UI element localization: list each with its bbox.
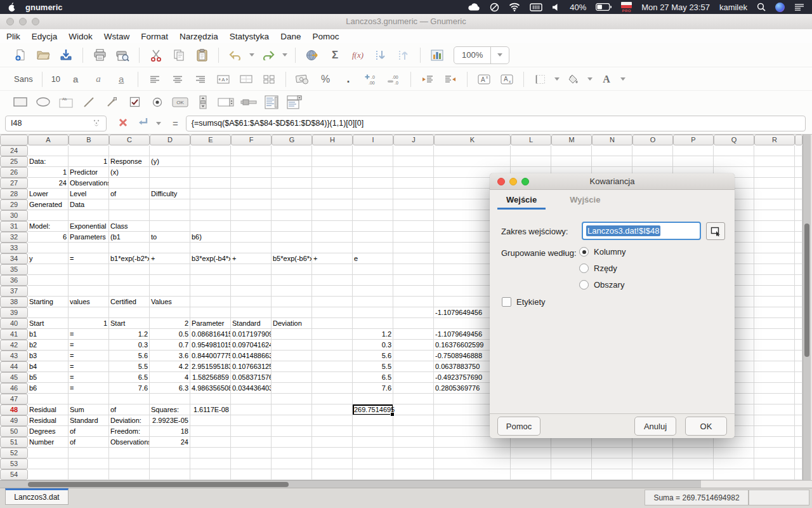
cell-A39[interactable] [28, 307, 69, 318]
align-center-button[interactable] [169, 71, 186, 88]
range-picker-icon[interactable] [92, 118, 101, 129]
cell-E52[interactable] [190, 448, 231, 458]
cell-A51[interactable]: Number [28, 437, 69, 448]
cell-J32[interactable] [393, 232, 434, 243]
sort-descending-icon[interactable] [372, 47, 389, 64]
cell-H29[interactable] [312, 199, 353, 210]
cell-R51[interactable] [754, 437, 795, 448]
cell-J39[interactable] [393, 307, 434, 318]
cell-J43[interactable] [393, 351, 434, 361]
cell-G27[interactable] [272, 178, 312, 189]
row-header-32[interactable]: 32 [0, 232, 28, 243]
cell-24[interactable] [795, 145, 802, 156]
cell-C31[interactable]: Class [109, 221, 150, 232]
hyperlink-icon[interactable] [304, 47, 320, 64]
money-format-button[interactable] [294, 71, 311, 88]
cell-B53[interactable] [69, 458, 109, 469]
cell-G39[interactable] [272, 307, 312, 318]
cell-C45[interactable]: 6.5 [109, 372, 150, 383]
cell-53[interactable] [795, 458, 802, 469]
cell-C29[interactable] [109, 199, 150, 210]
cell-E28[interactable] [190, 189, 231, 199]
cell-R27[interactable] [754, 178, 795, 189]
cell-35[interactable] [795, 264, 802, 275]
cell-G32[interactable] [272, 232, 312, 243]
increase-decimals-button[interactable]: .0.00 [363, 71, 379, 88]
cell-F45[interactable]: 0.058371576 [231, 372, 272, 383]
cell-46[interactable] [795, 383, 802, 394]
cell-H34[interactable]: + [312, 253, 353, 264]
cell-I54[interactable] [353, 469, 393, 480]
cell-R29[interactable] [754, 199, 795, 210]
cell-I30[interactable] [353, 210, 393, 221]
cell-R44[interactable] [754, 361, 795, 372]
accept-edit-icon[interactable] [137, 117, 148, 130]
cell-P51[interactable] [673, 437, 714, 448]
cell-G49[interactable] [272, 415, 312, 426]
cell-J46[interactable] [393, 383, 434, 394]
zoom-combobox[interactable]: 100% [454, 46, 509, 64]
cell-A54[interactable] [28, 469, 69, 480]
cell-I49[interactable] [353, 415, 393, 426]
tab-wejscie[interactable]: Wejście [497, 195, 546, 210]
cell-C38[interactable]: Certified [109, 297, 150, 307]
cell-B47[interactable] [69, 394, 109, 404]
cell-B28[interactable]: Level [69, 189, 109, 199]
font-color-button[interactable]: A [598, 71, 615, 88]
cell-C34[interactable]: b1*exp(-b2*x [109, 253, 150, 264]
battery-percent[interactable]: 40% [570, 3, 586, 12]
cell-A38[interactable]: Starting [28, 297, 69, 307]
cell-B27[interactable]: Observations [69, 178, 109, 189]
cell-R37[interactable] [754, 286, 795, 297]
cell-E39[interactable] [190, 307, 231, 318]
select-all-corner[interactable] [0, 135, 28, 145]
row-header-51[interactable]: 51 [0, 437, 28, 448]
cell-C33[interactable] [109, 243, 150, 253]
cell-R32[interactable] [754, 232, 795, 243]
cell-H30[interactable] [312, 210, 353, 221]
cell-A29[interactable]: Generated [28, 199, 69, 210]
horizontal-scrollbar-thumb[interactable] [28, 482, 289, 487]
cell-B49[interactable]: Standard [69, 415, 109, 426]
cell-J35[interactable] [393, 264, 434, 275]
cell-B33[interactable] [69, 243, 109, 253]
cell-J29[interactable] [393, 199, 434, 210]
cell-I35[interactable] [353, 264, 393, 275]
cell-I41[interactable]: 1.2 [353, 329, 393, 340]
column-header-A[interactable]: A [28, 135, 69, 145]
menu-format[interactable]: Format [140, 32, 169, 41]
cell-Q54[interactable] [714, 469, 754, 480]
cell-Q24[interactable] [714, 145, 754, 156]
menu-statystyka[interactable]: Statystyka [228, 32, 270, 41]
cell-N24[interactable] [592, 145, 632, 156]
italic-button[interactable]: a [90, 71, 107, 88]
cell-A27[interactable]: 24 [28, 178, 69, 189]
cell-K51[interactable] [434, 437, 511, 448]
cell-29[interactable] [795, 199, 802, 210]
cell-F34[interactable]: + [231, 253, 272, 264]
cell-B31[interactable]: Exponential [69, 221, 109, 232]
radio-widget-icon[interactable] [149, 94, 166, 110]
radio-rzedy[interactable]: Rzędy [579, 264, 617, 273]
cell-H42[interactable] [312, 340, 353, 351]
cell-A44[interactable]: b4 [28, 361, 69, 372]
input-range-field[interactable]: Lanczos3.dat!$I$48 [582, 222, 701, 240]
menu-dane[interactable]: Dane [279, 32, 302, 41]
cell-D51[interactable]: 24 [150, 437, 190, 448]
cell-I37[interactable] [353, 286, 393, 297]
cell-B35[interactable] [69, 264, 109, 275]
cell-A32[interactable]: 6 [28, 232, 69, 243]
row-header-27[interactable]: 27 [0, 178, 28, 189]
undo-dropdown-icon[interactable] [249, 53, 254, 57]
cell-O52[interactable] [632, 448, 673, 458]
cell-32[interactable] [795, 232, 802, 243]
cell-O54[interactable] [632, 469, 673, 480]
column-header-E[interactable]: E [190, 135, 231, 145]
cell-E29[interactable] [190, 199, 231, 210]
cell-E54[interactable] [190, 469, 231, 480]
cell-H45[interactable] [312, 372, 353, 383]
cell-D42[interactable]: 0.7 [150, 340, 190, 351]
cell-G26[interactable] [272, 167, 312, 178]
cell-J44[interactable] [393, 361, 434, 372]
row-header-29[interactable]: 29 [0, 199, 28, 210]
